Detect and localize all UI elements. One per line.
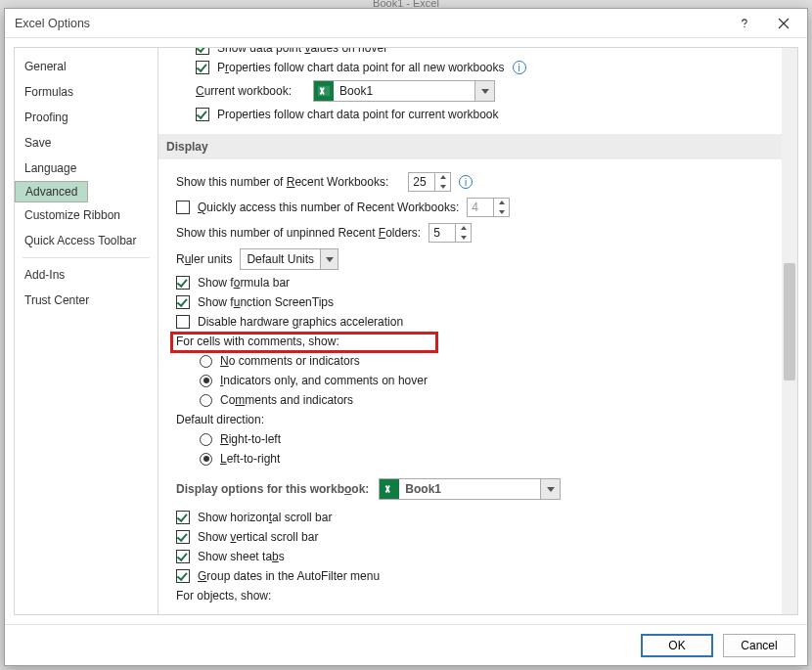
sidebar-item-proofing[interactable]: Proofing: [15, 105, 158, 130]
label-right-to-left: Right-to-left: [220, 432, 281, 446]
label-properties-current-workbook: Properties follow chart data point for c…: [217, 108, 498, 121]
label-show-data-point-values: Show data point values on hover: [217, 48, 387, 55]
checkbox-sheet-tabs[interactable]: [176, 550, 190, 563]
workbook-select[interactable]: Book1: [379, 478, 561, 500]
label-show-formula-bar: Show formula bar: [198, 276, 290, 290]
checkbox-vertical-scrollbar[interactable]: [176, 530, 190, 544]
sidebar-item-language[interactable]: Language: [15, 156, 158, 181]
info-icon[interactable]: i: [513, 61, 526, 74]
dialog-footer: OK Cancel: [5, 624, 807, 665]
label-quickly-access-recent: Quickly access this number of Recent Wor…: [198, 201, 459, 214]
sidebar-item-customize-ribbon[interactable]: Customize Ribbon: [15, 202, 158, 228]
label-recent-folders: Show this number of unpinned Recent Fold…: [176, 226, 421, 240]
label-recent-workbooks: Show this number of Recent Workbooks:: [176, 175, 388, 189]
options-panel: Show data point values on hover Properti…: [158, 47, 798, 615]
input-quick-access-count: 4: [467, 198, 510, 217]
sidebar-item-quick-access-toolbar[interactable]: Quick Access Toolbar: [15, 228, 158, 253]
checkbox-show-data-point-values[interactable]: [196, 48, 209, 55]
checkbox-properties-current-workbook[interactable]: [196, 108, 209, 121]
close-button[interactable]: [764, 10, 803, 37]
sidebar-item-save[interactable]: Save: [15, 130, 158, 156]
dialog-title: Excel Options: [15, 17, 725, 30]
label-comments-header: For cells with comments, show:: [176, 335, 339, 348]
svg-rect-1: [318, 86, 330, 97]
radio-right-to-left[interactable]: [200, 433, 212, 446]
svg-point-0: [744, 25, 744, 26]
radio-indicators-only[interactable]: [200, 375, 212, 387]
sidebar-item-trust-center[interactable]: Trust Center: [15, 288, 158, 313]
checkbox-show-function-screentips[interactable]: [176, 295, 190, 309]
radio-comments-and-indicators[interactable]: [200, 394, 212, 407]
excel-icon: [314, 81, 334, 101]
vertical-scrollbar[interactable]: [782, 48, 797, 614]
cancel-button[interactable]: Cancel: [723, 634, 795, 657]
options-sidebar: General Formulas Proofing Save Language …: [14, 47, 158, 615]
label-for-objects-show: For objects, show:: [176, 589, 271, 603]
label-current-workbook: Current workbook:: [196, 84, 292, 98]
label-horizontal-scrollbar: Show horizontal scroll bar: [198, 511, 332, 524]
label-indicators-only: Indicators only, and comments on hover: [220, 374, 428, 387]
ok-button[interactable]: OK: [641, 634, 713, 657]
chevron-down-icon: [474, 81, 494, 101]
titlebar: Excel Options: [5, 9, 807, 38]
checkbox-disable-hardware-graphics[interactable]: [176, 315, 190, 329]
app-title: Book1 - Excel: [0, 0, 812, 8]
label-comments-and-indicators: Comments and indicators: [220, 393, 353, 407]
section-display-workbook: Display options for this workbook: Book1: [176, 469, 770, 508]
help-button[interactable]: [725, 10, 764, 37]
info-icon[interactable]: i: [459, 175, 473, 189]
sidebar-item-advanced[interactable]: Advanced: [15, 181, 88, 202]
sidebar-item-formulas[interactable]: Formulas: [15, 79, 158, 105]
section-display: Display: [158, 134, 782, 159]
label-group-dates-autofilter: Group dates in the AutoFilter menu: [198, 569, 380, 583]
label-properties-new-workbooks: Properties follow chart data point for a…: [217, 61, 505, 74]
label-ruler-units: Ruler units: [176, 252, 232, 266]
label-default-direction: Default direction:: [176, 413, 264, 426]
label-vertical-scrollbar: Show vertical scroll bar: [198, 530, 318, 544]
chevron-down-icon: [320, 249, 338, 269]
current-workbook-select[interactable]: Book1: [313, 80, 495, 102]
radio-no-comments[interactable]: [200, 355, 212, 368]
select-ruler-units[interactable]: Default Units: [240, 248, 338, 270]
sidebar-item-add-ins[interactable]: Add-Ins: [15, 262, 158, 288]
excel-options-dialog: Excel Options General Formulas Proofing …: [4, 8, 808, 666]
label-show-function-screentips: Show function ScreenTips: [198, 295, 334, 309]
checkbox-properties-new-workbooks[interactable]: [196, 61, 209, 74]
checkbox-horizontal-scrollbar[interactable]: [176, 511, 190, 524]
input-recent-folders[interactable]: 5: [429, 223, 472, 243]
checkbox-quickly-access-recent[interactable]: [176, 201, 190, 214]
checkbox-group-dates-autofilter[interactable]: [176, 569, 190, 583]
label-no-comments: No comments or indicators: [220, 354, 360, 368]
chevron-down-icon: [540, 479, 560, 499]
checkbox-show-formula-bar[interactable]: [176, 276, 190, 290]
excel-icon: [380, 479, 399, 499]
label-disable-hardware-graphics: Disable hardware graphics acceleration: [198, 315, 403, 329]
label-sheet-tabs: Show sheet tabs: [198, 550, 285, 563]
sidebar-item-general[interactable]: General: [15, 54, 158, 79]
label-left-to-right: Left-to-right: [220, 452, 280, 466]
input-recent-workbooks[interactable]: 25: [408, 172, 451, 192]
radio-left-to-right[interactable]: [200, 453, 212, 466]
